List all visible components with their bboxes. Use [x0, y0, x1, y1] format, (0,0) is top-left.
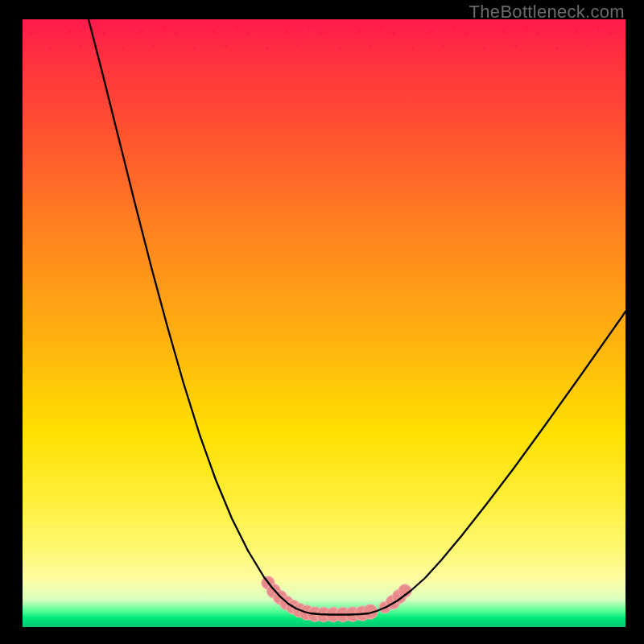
chart-frame: TheBottleneck.com	[0, 0, 644, 644]
plot-area	[23, 19, 625, 627]
bottleneck-curve	[89, 19, 625, 615]
bottleneck-curve-svg	[23, 19, 625, 627]
watermark-text: TheBottleneck.com	[469, 2, 625, 23]
